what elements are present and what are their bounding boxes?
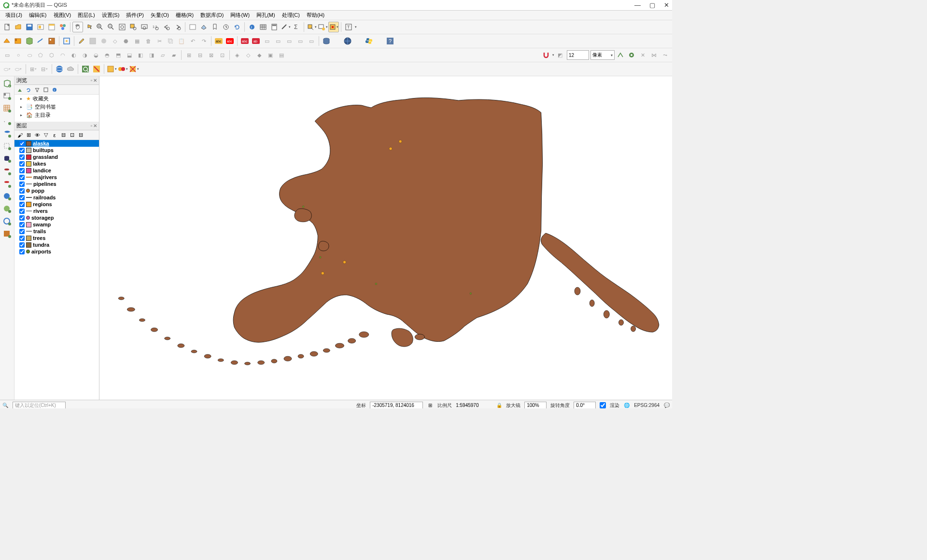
- new-spatial-bookmark-button[interactable]: [210, 22, 220, 32]
- layer-row-builtups[interactable]: builtups: [14, 147, 99, 154]
- annotation-dropdown[interactable]: ▾: [355, 25, 357, 29]
- layer-checkbox[interactable]: [19, 141, 25, 146]
- browser-tree[interactable]: ▸★收藏夹 ▸📑空间书签 ▸🏠主目录: [14, 95, 99, 122]
- mesh5-button[interactable]: ▤: [276, 50, 287, 60]
- pan-to-selection-button[interactable]: [84, 22, 94, 32]
- open-attribute-table-button[interactable]: [258, 22, 268, 32]
- menu-view[interactable]: 视图(V): [50, 11, 75, 20]
- layer-checkbox[interactable]: [19, 229, 25, 234]
- locator-input[interactable]: 键入以定位(Ctrl+K): [13, 402, 66, 409]
- add-oracle-icon[interactable]: [2, 179, 13, 189]
- zoom-next-button[interactable]: [172, 22, 183, 32]
- crs-label[interactable]: EPSG:2964: [634, 403, 660, 408]
- select-by-value-button[interactable]: ▾: [317, 22, 328, 32]
- menu-help[interactable]: 帮助(H): [303, 11, 328, 20]
- add-raster-icon[interactable]: [2, 91, 13, 101]
- quick-osm2-button[interactable]: [91, 64, 102, 74]
- topo4-button[interactable]: ⊡: [217, 50, 227, 60]
- menu-layer[interactable]: 图层(L): [74, 11, 98, 20]
- shape-rect-button[interactable]: ▭: [2, 50, 13, 60]
- zoom-to-layer-button[interactable]: [139, 22, 150, 32]
- pan-button[interactable]: [72, 22, 83, 32]
- layers-filter-button[interactable]: ▽: [42, 132, 49, 139]
- diagram-rotate-button[interactable]: ▭: [306, 36, 317, 46]
- browser-filter-button[interactable]: [34, 86, 41, 93]
- database-button[interactable]: [321, 36, 332, 46]
- add-wms-icon[interactable]: [2, 191, 13, 202]
- layer-row-railroads[interactable]: railroads: [14, 194, 99, 201]
- shape-ellipse-button[interactable]: ⬭: [24, 50, 35, 60]
- menu-raster[interactable]: 栅格(R): [172, 11, 197, 20]
- snapping-enable-button[interactable]: [541, 50, 551, 60]
- labels-abc-button[interactable]: abc: [213, 36, 224, 46]
- layer-checkbox[interactable]: [19, 188, 25, 194]
- delete-selected-button[interactable]: 🗑: [143, 36, 154, 46]
- field-calculator-button[interactable]: [269, 22, 280, 32]
- layer-row-airports[interactable]: airports: [14, 248, 99, 255]
- georeferencer-button[interactable]: [342, 36, 353, 46]
- new-virtual-layer-button[interactable]: [61, 36, 72, 46]
- shape-dig4-button[interactable]: ◓: [102, 50, 112, 60]
- shape-dig3-button[interactable]: ◒: [91, 50, 101, 60]
- layer-checkbox[interactable]: [19, 215, 25, 221]
- modify-attributes-button[interactable]: ▦: [132, 36, 142, 46]
- layer-row-popp[interactable]: popp: [14, 187, 99, 194]
- layers-tree[interactable]: alaskabuiltupsgrasslandlakeslandicemajri…: [14, 140, 99, 400]
- mesh2-button[interactable]: ◇: [243, 50, 253, 60]
- new-project-button[interactable]: [2, 22, 13, 32]
- shape-dig2-button[interactable]: ◑: [80, 50, 90, 60]
- python-console-button[interactable]: [364, 36, 374, 46]
- minimize-button[interactable]: —: [634, 1, 641, 9]
- statistics-button[interactable]: Σ: [291, 22, 302, 32]
- zoom-in-button[interactable]: [95, 22, 105, 32]
- snap-trace-button[interactable]: ⤳: [660, 50, 670, 60]
- layer-row-pipelines[interactable]: pipelines: [14, 181, 99, 187]
- layers-undock-button[interactable]: ▫: [90, 123, 92, 128]
- text-annotation-button[interactable]: T: [343, 22, 354, 32]
- shape-arc-button[interactable]: ◠: [57, 50, 68, 60]
- cloud-button[interactable]: [65, 64, 76, 74]
- new-print-layout-button[interactable]: [35, 22, 46, 32]
- refresh-button[interactable]: [232, 22, 242, 32]
- label-pin-button[interactable]: abc: [239, 36, 250, 46]
- layers-visibility-button[interactable]: 👁: [34, 132, 41, 139]
- layer-row-majrivers[interactable]: majrivers: [14, 174, 99, 181]
- layer-row-alaska[interactable]: alaska: [14, 140, 99, 147]
- layers-add-group-button[interactable]: ⊞: [25, 132, 32, 139]
- snap-self-button[interactable]: ✕: [637, 50, 648, 60]
- zoom-last-button[interactable]: [161, 22, 172, 32]
- browser-add-button[interactable]: [16, 86, 23, 93]
- identify-features-button[interactable]: i: [247, 22, 257, 32]
- menu-processing[interactable]: 处理(C): [279, 11, 303, 20]
- labels-highlight-button[interactable]: abc: [225, 36, 235, 46]
- measure-button[interactable]: ▾: [280, 22, 291, 32]
- layers-close-button[interactable]: ✕: [93, 123, 97, 128]
- new-geopackage-button[interactable]: [35, 36, 46, 46]
- browser-close-button[interactable]: ✕: [93, 78, 97, 83]
- add-wcs-icon[interactable]: [2, 204, 13, 214]
- menu-project[interactable]: 项目(J): [2, 11, 26, 20]
- extents-icon[interactable]: ⊞: [427, 402, 434, 409]
- add-vector-layer-button[interactable]: [2, 36, 13, 46]
- mesh3-button[interactable]: ◆: [254, 50, 265, 60]
- new-3d-map-view-button[interactable]: [198, 22, 209, 32]
- new-map-view-button[interactable]: [187, 22, 198, 32]
- render-checkbox[interactable]: [600, 402, 606, 408]
- browser-home[interactable]: ▸🏠主目录: [14, 111, 99, 119]
- save-edits-button[interactable]: [87, 36, 98, 46]
- zoom-out-button[interactable]: [106, 22, 116, 32]
- layers-expression-button[interactable]: ε: [51, 132, 58, 139]
- crs-icon[interactable]: 🌐: [623, 402, 630, 409]
- layer-checkbox[interactable]: [19, 236, 25, 241]
- label-change-button[interactable]: ▭: [284, 36, 295, 46]
- mesh1-button[interactable]: ◈: [232, 50, 242, 60]
- shape-dig5-button[interactable]: ⬒: [113, 50, 124, 60]
- shape-circle-button[interactable]: ○: [13, 50, 24, 60]
- layer-row-grassland[interactable]: grassland: [14, 154, 99, 160]
- gps-button[interactable]: ⬭▾: [2, 64, 13, 74]
- layer-checkbox[interactable]: [19, 195, 25, 200]
- new-shapefile-button[interactable]: [24, 36, 35, 46]
- add-xyz-icon[interactable]: [2, 229, 13, 239]
- layer-checkbox[interactable]: [19, 202, 25, 207]
- shape-dig9-button[interactable]: ▱: [157, 50, 168, 60]
